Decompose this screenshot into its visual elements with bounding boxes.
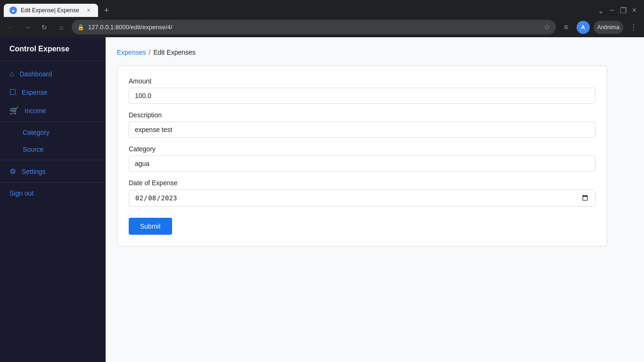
reload-button[interactable]: ↻	[38, 21, 51, 34]
sidebar: Control Expense ⌂ Dashboard ☐ Expense 🛒 …	[0, 37, 106, 362]
sidebar-item-label: Dashboard	[20, 70, 52, 78]
address-bar-row: ← → ↻ ⌂ 🔒 127.0.0.1:8000/edit/expense/4/…	[0, 17, 644, 37]
breadcrumb-separator: /	[149, 49, 150, 56]
breadcrumb-expenses-link[interactable]: Expenses	[117, 49, 146, 56]
breadcrumb: Expenses / Edit Expenses	[117, 49, 633, 56]
date-input[interactable]	[129, 189, 595, 206]
tab-close-button[interactable]: ×	[85, 7, 92, 14]
lock-icon: 🔒	[77, 24, 84, 31]
profile-name-button[interactable]: Anônima	[594, 21, 623, 34]
form-group-date: Date of Expense	[129, 179, 595, 206]
sidebar-item-label: Settings	[22, 168, 46, 175]
sidebar-divider-2	[0, 160, 106, 160]
sidebar-item-source[interactable]: Source	[0, 141, 106, 158]
sidebar-item-income[interactable]: 🛒 Income	[0, 101, 106, 120]
form-group-amount: Amount	[129, 77, 595, 104]
tab-favicon: ●	[9, 7, 17, 14]
amount-label: Amount	[129, 77, 595, 85]
profile-button[interactable]: A	[577, 21, 590, 34]
form-group-category: Category	[129, 145, 595, 172]
app-body: Control Expense ⌂ Dashboard ☐ Expense 🛒 …	[0, 37, 644, 362]
sidebar-item-settings[interactable]: ⚙ Settings	[0, 162, 106, 181]
window-controls: ⌄ − ❐ ×	[598, 6, 640, 15]
sidebar-item-dashboard[interactable]: ⌂ Dashboard	[0, 65, 106, 83]
document-icon: ☐	[9, 88, 16, 97]
new-tab-button[interactable]: +	[100, 4, 113, 17]
description-label: Description	[129, 111, 595, 119]
form-card: Amount Description Category Date of Expe…	[117, 66, 607, 247]
window-maximize-icon[interactable]: ❐	[620, 6, 627, 15]
sidebar-item-label: Source	[23, 146, 43, 153]
category-input[interactable]	[129, 156, 595, 172]
sidebar-item-label: Income	[25, 107, 46, 115]
address-bar[interactable]: 🔒 127.0.0.1:8000/edit/expense/4/ ☆	[72, 20, 556, 34]
window-close-icon[interactable]: ×	[632, 6, 636, 15]
form-group-description: Description	[129, 111, 595, 138]
bookmark-icon[interactable]: ☆	[544, 23, 550, 32]
sidebar-divider-3	[0, 182, 106, 183]
sidebar-divider-1	[0, 122, 106, 122]
menu-button[interactable]: ⋮	[627, 21, 640, 34]
breadcrumb-current: Edit Expenses	[153, 49, 196, 56]
window-minimize-icon[interactable]: −	[610, 6, 614, 15]
sidebar-item-label: Category	[23, 129, 50, 136]
sidebar-item-category[interactable]: Category	[0, 124, 106, 141]
description-input[interactable]	[129, 122, 595, 138]
sidebar-item-expense[interactable]: ☐ Expense	[0, 83, 106, 101]
sidebar-item-signout[interactable]: Sign out	[0, 185, 106, 202]
browser-chrome: ● Edit Expense| Expense × + ⌄ − ❐ × ← → …	[0, 0, 644, 37]
active-tab[interactable]: ● Edit Expense| Expense ×	[4, 4, 98, 17]
forward-button[interactable]: →	[21, 21, 34, 34]
tab-search-button[interactable]: ≡	[560, 21, 573, 34]
tab-title: Edit Expense| Expense	[21, 7, 81, 14]
browser-actions: ≡ A Anônima ⋮	[560, 21, 640, 34]
amount-input[interactable]	[129, 88, 595, 104]
cart-icon: 🛒	[9, 106, 19, 115]
window-chevron-icon[interactable]: ⌄	[598, 6, 604, 15]
main-content: Expenses / Edit Expenses Amount Descript…	[106, 37, 644, 362]
submit-button[interactable]: Submit	[129, 218, 172, 235]
sidebar-nav: ⌂ Dashboard ☐ Expense 🛒 Income Category …	[0, 61, 106, 206]
app-title: Control Expense	[9, 45, 69, 53]
sidebar-header: Control Expense	[0, 37, 106, 61]
back-button[interactable]: ←	[4, 21, 17, 34]
date-label: Date of Expense	[129, 179, 595, 187]
address-text: 127.0.0.1:8000/edit/expense/4/	[88, 24, 540, 31]
sidebar-item-label: Expense	[22, 89, 47, 96]
home-button[interactable]: ⌂	[55, 21, 68, 34]
home-icon: ⌂	[9, 70, 14, 78]
signout-label: Sign out	[9, 189, 33, 197]
category-label: Category	[129, 145, 595, 153]
settings-icon: ⚙	[9, 167, 16, 176]
